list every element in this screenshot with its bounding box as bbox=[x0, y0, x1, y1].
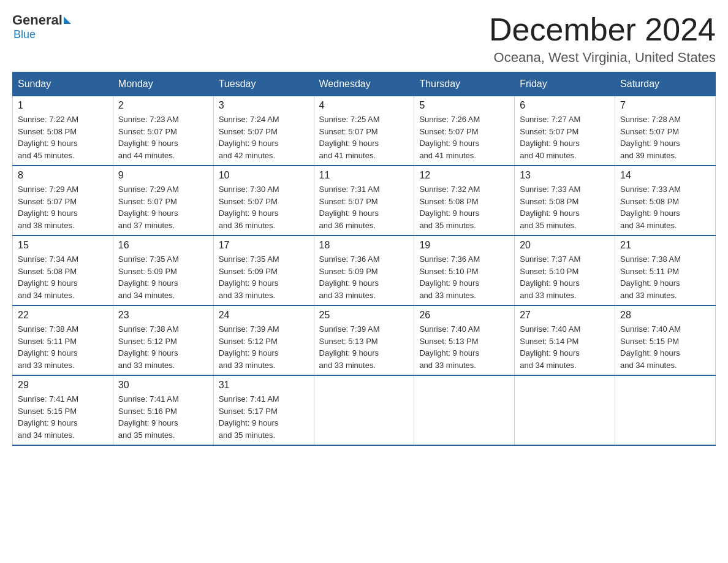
calendar-table: SundayMondayTuesdayWednesdayThursdayFrid… bbox=[12, 72, 716, 446]
calendar-cell: 7Sunrise: 7:28 AMSunset: 5:07 PMDaylight… bbox=[615, 96, 716, 166]
day-number: 5 bbox=[419, 100, 509, 111]
day-info: Sunrise: 7:37 AMSunset: 5:10 PMDaylight:… bbox=[520, 253, 610, 301]
calendar-cell: 12Sunrise: 7:32 AMSunset: 5:08 PMDayligh… bbox=[414, 166, 515, 236]
day-info: Sunrise: 7:40 AMSunset: 5:15 PMDaylight:… bbox=[620, 323, 710, 371]
day-number: 8 bbox=[18, 170, 108, 181]
calendar-cell: 15Sunrise: 7:34 AMSunset: 5:08 PMDayligh… bbox=[13, 236, 113, 305]
day-info: Sunrise: 7:29 AMSunset: 5:07 PMDaylight:… bbox=[18, 183, 108, 231]
day-number: 24 bbox=[219, 310, 309, 321]
day-info: Sunrise: 7:30 AMSunset: 5:07 PMDaylight:… bbox=[219, 183, 309, 231]
calendar-cell: 10Sunrise: 7:30 AMSunset: 5:07 PMDayligh… bbox=[213, 166, 314, 236]
weekday-header-wednesday: Wednesday bbox=[314, 72, 414, 96]
logo-arrow-icon bbox=[64, 17, 71, 24]
day-info: Sunrise: 7:22 AMSunset: 5:08 PMDaylight:… bbox=[18, 113, 108, 161]
page-header: General Blue December 2024 Oceana, West … bbox=[12, 12, 716, 66]
day-number: 23 bbox=[118, 310, 208, 321]
month-title: December 2024 bbox=[489, 12, 716, 47]
day-info: Sunrise: 7:23 AMSunset: 5:07 PMDaylight:… bbox=[118, 113, 208, 161]
calendar-cell: 30Sunrise: 7:41 AMSunset: 5:16 PMDayligh… bbox=[113, 375, 213, 445]
day-info: Sunrise: 7:35 AMSunset: 5:09 PMDaylight:… bbox=[219, 253, 309, 301]
calendar-cell: 9Sunrise: 7:29 AMSunset: 5:07 PMDaylight… bbox=[113, 166, 213, 236]
day-number: 7 bbox=[620, 100, 710, 111]
calendar-cell: 3Sunrise: 7:24 AMSunset: 5:07 PMDaylight… bbox=[213, 96, 314, 166]
day-info: Sunrise: 7:40 AMSunset: 5:14 PMDaylight:… bbox=[520, 323, 610, 371]
calendar-cell: 26Sunrise: 7:40 AMSunset: 5:13 PMDayligh… bbox=[414, 305, 515, 375]
day-number: 19 bbox=[419, 240, 509, 251]
calendar-cell: 16Sunrise: 7:35 AMSunset: 5:09 PMDayligh… bbox=[113, 236, 213, 305]
day-info: Sunrise: 7:41 AMSunset: 5:17 PMDaylight:… bbox=[219, 393, 309, 441]
day-number: 28 bbox=[620, 310, 710, 321]
day-number: 1 bbox=[18, 100, 108, 111]
day-number: 27 bbox=[520, 310, 610, 321]
day-info: Sunrise: 7:38 AMSunset: 5:12 PMDaylight:… bbox=[118, 323, 208, 371]
day-info: Sunrise: 7:41 AMSunset: 5:15 PMDaylight:… bbox=[18, 393, 108, 441]
calendar-week-row: 8Sunrise: 7:29 AMSunset: 5:07 PMDaylight… bbox=[13, 166, 716, 236]
weekday-header-friday: Friday bbox=[515, 72, 615, 96]
day-info: Sunrise: 7:28 AMSunset: 5:07 PMDaylight:… bbox=[620, 113, 710, 161]
day-number: 4 bbox=[319, 100, 409, 111]
day-info: Sunrise: 7:34 AMSunset: 5:08 PMDaylight:… bbox=[18, 253, 108, 301]
calendar-cell: 27Sunrise: 7:40 AMSunset: 5:14 PMDayligh… bbox=[515, 305, 615, 375]
day-number: 10 bbox=[219, 170, 309, 181]
day-info: Sunrise: 7:35 AMSunset: 5:09 PMDaylight:… bbox=[118, 253, 208, 301]
day-number: 20 bbox=[520, 240, 610, 251]
weekday-header-monday: Monday bbox=[113, 72, 213, 96]
day-number: 14 bbox=[620, 170, 710, 181]
day-info: Sunrise: 7:36 AMSunset: 5:10 PMDaylight:… bbox=[419, 253, 509, 301]
day-info: Sunrise: 7:26 AMSunset: 5:07 PMDaylight:… bbox=[419, 113, 509, 161]
calendar-week-row: 15Sunrise: 7:34 AMSunset: 5:08 PMDayligh… bbox=[13, 236, 716, 305]
calendar-cell: 18Sunrise: 7:36 AMSunset: 5:09 PMDayligh… bbox=[314, 236, 414, 305]
day-number: 11 bbox=[319, 170, 409, 181]
day-number: 18 bbox=[319, 240, 409, 251]
calendar-cell: 6Sunrise: 7:27 AMSunset: 5:07 PMDaylight… bbox=[515, 96, 615, 166]
day-number: 25 bbox=[319, 310, 409, 321]
calendar-cell: 25Sunrise: 7:39 AMSunset: 5:13 PMDayligh… bbox=[314, 305, 414, 375]
day-number: 12 bbox=[419, 170, 509, 181]
logo-blue-text: Blue bbox=[13, 28, 36, 41]
day-number: 17 bbox=[219, 240, 309, 251]
calendar-cell: 8Sunrise: 7:29 AMSunset: 5:07 PMDaylight… bbox=[13, 166, 113, 236]
weekday-header-sunday: Sunday bbox=[13, 72, 113, 96]
weekday-header-thursday: Thursday bbox=[414, 72, 515, 96]
day-info: Sunrise: 7:24 AMSunset: 5:07 PMDaylight:… bbox=[219, 113, 309, 161]
day-number: 21 bbox=[620, 240, 710, 251]
day-number: 29 bbox=[18, 380, 108, 391]
day-info: Sunrise: 7:36 AMSunset: 5:09 PMDaylight:… bbox=[319, 253, 409, 301]
day-number: 22 bbox=[18, 310, 108, 321]
calendar-cell: 29Sunrise: 7:41 AMSunset: 5:15 PMDayligh… bbox=[13, 375, 113, 445]
day-info: Sunrise: 7:33 AMSunset: 5:08 PMDaylight:… bbox=[620, 183, 710, 231]
title-section: December 2024 Oceana, West Virginia, Uni… bbox=[489, 12, 716, 66]
calendar-cell: 17Sunrise: 7:35 AMSunset: 5:09 PMDayligh… bbox=[213, 236, 314, 305]
weekday-header-saturday: Saturday bbox=[615, 72, 716, 96]
day-number: 6 bbox=[520, 100, 610, 111]
calendar-week-row: 29Sunrise: 7:41 AMSunset: 5:15 PMDayligh… bbox=[13, 375, 716, 445]
day-info: Sunrise: 7:39 AMSunset: 5:13 PMDaylight:… bbox=[319, 323, 409, 371]
calendar-header-row: SundayMondayTuesdayWednesdayThursdayFrid… bbox=[13, 72, 716, 96]
day-number: 9 bbox=[118, 170, 208, 181]
logo-general-text: General bbox=[12, 12, 63, 28]
location-title: Oceana, West Virginia, United States bbox=[489, 50, 716, 66]
day-number: 15 bbox=[18, 240, 108, 251]
calendar-cell: 19Sunrise: 7:36 AMSunset: 5:10 PMDayligh… bbox=[414, 236, 515, 305]
day-info: Sunrise: 7:27 AMSunset: 5:07 PMDaylight:… bbox=[520, 113, 610, 161]
day-number: 13 bbox=[520, 170, 610, 181]
day-number: 31 bbox=[219, 380, 309, 391]
calendar-cell: 1Sunrise: 7:22 AMSunset: 5:08 PMDaylight… bbox=[13, 96, 113, 166]
day-info: Sunrise: 7:29 AMSunset: 5:07 PMDaylight:… bbox=[118, 183, 208, 231]
calendar-cell: 21Sunrise: 7:38 AMSunset: 5:11 PMDayligh… bbox=[615, 236, 716, 305]
day-info: Sunrise: 7:33 AMSunset: 5:08 PMDaylight:… bbox=[520, 183, 610, 231]
logo: General Blue bbox=[12, 12, 72, 41]
calendar-cell: 28Sunrise: 7:40 AMSunset: 5:15 PMDayligh… bbox=[615, 305, 716, 375]
day-info: Sunrise: 7:32 AMSunset: 5:08 PMDaylight:… bbox=[419, 183, 509, 231]
day-number: 30 bbox=[118, 380, 208, 391]
calendar-cell: 23Sunrise: 7:38 AMSunset: 5:12 PMDayligh… bbox=[113, 305, 213, 375]
day-number: 3 bbox=[219, 100, 309, 111]
day-info: Sunrise: 7:41 AMSunset: 5:16 PMDaylight:… bbox=[118, 393, 208, 441]
calendar-cell bbox=[414, 375, 515, 445]
calendar-cell: 31Sunrise: 7:41 AMSunset: 5:17 PMDayligh… bbox=[213, 375, 314, 445]
calendar-cell: 22Sunrise: 7:38 AMSunset: 5:11 PMDayligh… bbox=[13, 305, 113, 375]
day-number: 2 bbox=[118, 100, 208, 111]
calendar-cell: 5Sunrise: 7:26 AMSunset: 5:07 PMDaylight… bbox=[414, 96, 515, 166]
day-info: Sunrise: 7:25 AMSunset: 5:07 PMDaylight:… bbox=[319, 113, 409, 161]
day-info: Sunrise: 7:38 AMSunset: 5:11 PMDaylight:… bbox=[18, 323, 108, 371]
